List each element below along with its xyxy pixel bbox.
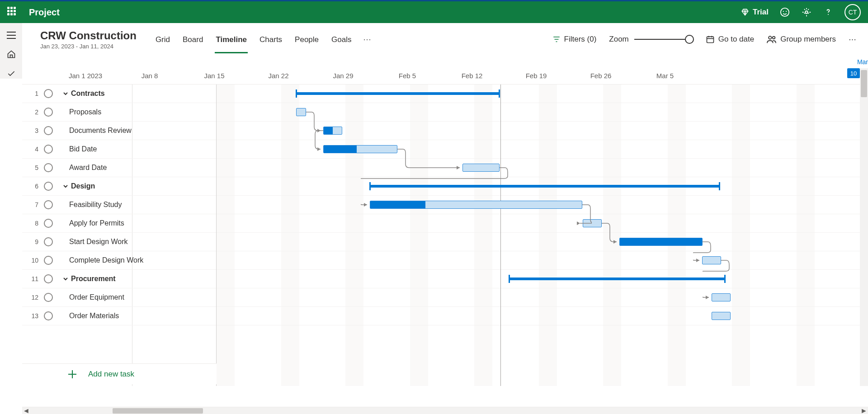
task-complete-toggle[interactable]	[44, 311, 53, 320]
dependency-arrow	[573, 196, 592, 232]
task-progress	[620, 238, 702, 245]
date-column: Jan 15	[183, 72, 246, 80]
tab-goals[interactable]: Goals	[330, 26, 352, 52]
timeline-view: Mar 10 Jan 1 2023Jan 8Jan 15Jan 22Jan 29…	[22, 56, 868, 409]
task-row[interactable]: 4Bid Date	[22, 140, 216, 159]
task-bar[interactable]	[323, 145, 397, 153]
task-row-number: 10	[22, 257, 44, 264]
summary-bar[interactable]	[509, 278, 726, 280]
gantt-row	[217, 233, 860, 251]
task-row[interactable]: 13Order Materials	[22, 307, 216, 325]
settings-icon[interactable]	[801, 7, 812, 18]
task-complete-toggle[interactable]	[44, 256, 53, 265]
date-column: Feb 19	[505, 72, 568, 80]
task-row[interactable]: 11Procurement	[22, 270, 216, 288]
task-row[interactable]: 7Feasibility Study	[22, 196, 216, 214]
trial-button[interactable]: Trial	[741, 8, 769, 17]
chevron-down-icon[interactable]	[62, 275, 69, 282]
date-header: 10 Jan 1 2023Jan 8Jan 15Jan 22Jan 29Feb …	[22, 68, 860, 85]
task-row-number: 4	[22, 146, 44, 153]
horizontal-scrollbar[interactable]: ◄ ►	[22, 407, 868, 414]
task-bar[interactable]	[712, 312, 731, 320]
vertical-scrollbar[interactable]	[860, 68, 868, 386]
app-launcher-icon[interactable]	[7, 7, 18, 18]
app-name: Project	[29, 7, 60, 18]
task-complete-toggle[interactable]	[44, 219, 53, 228]
task-row-number: 3	[22, 127, 44, 134]
hamburger-icon[interactable]	[6, 30, 17, 40]
task-complete-toggle[interactable]	[44, 293, 53, 302]
date-column: Feb 5	[376, 72, 439, 80]
go-to-date-button[interactable]: Go to date	[706, 35, 754, 44]
task-row[interactable]: 10Complete Design Work	[22, 251, 216, 270]
tab-people[interactable]: People	[294, 26, 320, 52]
date-column: Jan 1 2023	[54, 72, 117, 80]
add-new-task-button[interactable]: Add new task	[22, 363, 217, 384]
left-nav-rail	[0, 23, 22, 79]
scroll-left-icon[interactable]: ◄	[22, 407, 30, 414]
check-icon[interactable]	[6, 69, 17, 79]
today-line	[500, 85, 501, 386]
tab-timeline[interactable]: Timeline	[215, 26, 248, 52]
svg-point-3	[805, 11, 808, 14]
zoom-slider[interactable]	[634, 39, 693, 40]
svg-point-1	[783, 11, 784, 12]
zoom-slider-thumb[interactable]	[685, 35, 694, 44]
tab-board[interactable]: Board	[182, 26, 204, 52]
more-actions-button[interactable]: ⋯	[849, 35, 857, 44]
task-name: Contracts	[71, 89, 216, 98]
add-new-task-label: Add new task	[88, 370, 134, 379]
app-top-bar: Project Trial CT	[0, 0, 868, 23]
task-complete-toggle[interactable]	[44, 145, 53, 154]
task-complete-toggle[interactable]	[44, 89, 53, 98]
gantt-row	[217, 140, 860, 159]
group-members-button[interactable]: Group members	[767, 35, 836, 44]
task-complete-toggle[interactable]	[44, 274, 53, 283]
task-name: Bid Date	[62, 145, 216, 153]
people-icon	[767, 35, 777, 44]
task-complete-toggle[interactable]	[44, 108, 53, 117]
task-name: Design	[71, 182, 216, 190]
task-complete-toggle[interactable]	[44, 163, 53, 172]
chevron-down-icon[interactable]	[62, 183, 69, 190]
vertical-scroll-thumb[interactable]	[861, 70, 867, 97]
task-complete-toggle[interactable]	[44, 182, 53, 191]
feedback-icon[interactable]	[779, 7, 790, 18]
task-row[interactable]: 3Documents Review	[22, 122, 216, 140]
gantt-row	[217, 214, 860, 233]
today-marker[interactable]: 10	[847, 68, 860, 78]
tab-charts[interactable]: Charts	[259, 26, 283, 52]
task-row[interactable]: 2Proposals	[22, 103, 216, 122]
task-row[interactable]: 12Order Equipment	[22, 288, 216, 307]
scroll-right-icon[interactable]: ►	[860, 407, 868, 414]
marker-strip: Mar	[22, 56, 868, 68]
gantt-chart	[217, 85, 860, 386]
date-column: Jan 8	[118, 72, 181, 80]
task-row[interactable]: 5Award Date	[22, 159, 216, 177]
horizontal-scroll-thumb[interactable]	[113, 408, 203, 414]
task-bar[interactable]	[619, 238, 703, 246]
task-row[interactable]: 6Design	[22, 177, 216, 196]
task-row[interactable]: 9Start Design Work	[22, 233, 216, 251]
dependency-arrow	[703, 251, 730, 306]
task-row-number: 9	[22, 238, 44, 245]
tab-more[interactable]: ⋯	[363, 34, 372, 44]
task-complete-toggle[interactable]	[44, 126, 53, 135]
tab-grid[interactable]: Grid	[155, 26, 171, 52]
filters-button[interactable]: Filters (0)	[552, 35, 597, 44]
help-icon[interactable]	[823, 7, 834, 18]
task-row[interactable]: 8Apply for Permits	[22, 214, 216, 233]
task-complete-toggle[interactable]	[44, 200, 53, 209]
summary-bar[interactable]	[296, 92, 500, 95]
home-icon[interactable]	[6, 49, 17, 59]
chevron-down-icon[interactable]	[62, 90, 69, 97]
task-row-number: 8	[22, 220, 44, 227]
date-column: Jan 22	[247, 72, 310, 80]
task-list: 1Contracts2Proposals3Documents Review4Bi…	[22, 85, 217, 386]
user-avatar[interactable]: CT	[844, 4, 861, 20]
task-row-number: 5	[22, 164, 44, 171]
task-name: Award Date	[62, 164, 216, 172]
task-row[interactable]: 1Contracts	[22, 85, 216, 103]
task-complete-toggle[interactable]	[44, 237, 53, 246]
filter-icon	[552, 35, 561, 43]
